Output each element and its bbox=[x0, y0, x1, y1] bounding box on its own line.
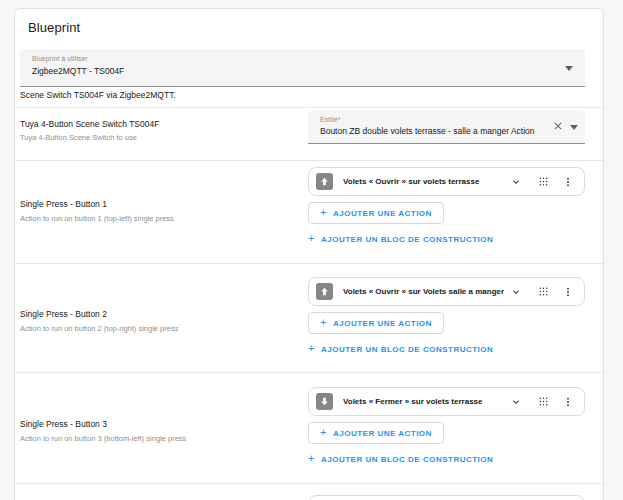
add-block-label: AJOUTER UN BLOC DE CONSTRUCTION bbox=[321, 455, 493, 464]
plus-icon: + bbox=[308, 453, 315, 464]
chevron-down-icon[interactable] bbox=[510, 176, 522, 188]
plus-icon: + bbox=[308, 233, 315, 244]
plus-icon: + bbox=[320, 207, 327, 218]
add-action-label: AJOUTER UNE ACTION bbox=[333, 429, 432, 438]
plus-icon: + bbox=[320, 317, 327, 328]
blueprint-select[interactable]: Blueprint à utiliser Zigbee2MQTT - TS004… bbox=[20, 49, 585, 87]
blueprint-description: Scene Switch TS004F via Zigbee2MQTT. bbox=[20, 90, 176, 100]
action-row[interactable]: Volets « Fermer » sur volets terrasse bbox=[308, 387, 585, 416]
add-action-button[interactable]: + AJOUTER UNE ACTION bbox=[308, 312, 444, 334]
plus-icon: + bbox=[308, 343, 315, 354]
divider bbox=[15, 160, 603, 161]
entity-picker[interactable]: Entité* Bouton ZB double volets terrasse… bbox=[308, 111, 585, 144]
clear-icon[interactable] bbox=[552, 120, 564, 132]
add-block-label: AJOUTER UN BLOC DE CONSTRUCTION bbox=[321, 235, 493, 244]
plus-icon: + bbox=[320, 427, 327, 438]
cover-open-icon bbox=[316, 173, 333, 190]
action-row[interactable]: Volets « Ouvrir » sur volets terrasse bbox=[308, 167, 585, 196]
dropdown-caret-icon[interactable] bbox=[570, 125, 578, 130]
next-action-row-partial[interactable] bbox=[308, 495, 585, 500]
drag-handle-icon[interactable] bbox=[538, 286, 549, 297]
add-building-block-button[interactable]: + AJOUTER UN BLOC DE CONSTRUCTION bbox=[308, 344, 493, 355]
more-options-icon[interactable] bbox=[562, 286, 574, 298]
section-subtitle: Action to run on button 3 (bottom-left) … bbox=[20, 434, 186, 443]
action-row-title: Volets « Ouvrir » sur volets terrasse bbox=[343, 177, 506, 186]
action-row-title: Volets « Ouvrir » sur Volets salle a man… bbox=[343, 287, 506, 296]
blueprint-editor-page: Blueprint Blueprint à utiliser Zigbee2MQ… bbox=[0, 0, 623, 500]
section-title: Single Press - Button 3 bbox=[20, 419, 107, 429]
device-row-subtitle: Tuya 4-Button Scene Switch to use bbox=[20, 133, 137, 142]
section-title: Single Press - Button 1 bbox=[20, 199, 107, 209]
add-action-label: AJOUTER UNE ACTION bbox=[333, 319, 432, 328]
cover-close-icon bbox=[316, 393, 333, 410]
page-title: Blueprint bbox=[28, 20, 80, 35]
drag-handle-icon[interactable] bbox=[538, 396, 549, 407]
dropdown-caret-icon[interactable] bbox=[565, 66, 573, 71]
cover-open-icon bbox=[316, 283, 333, 300]
more-options-icon[interactable] bbox=[562, 176, 574, 188]
entity-picker-value: Bouton ZB double volets terrasse - salle… bbox=[320, 126, 535, 136]
section-subtitle: Action to run on button 2 (top-right) si… bbox=[20, 324, 178, 333]
blueprint-card: Blueprint Blueprint à utiliser Zigbee2MQ… bbox=[14, 8, 604, 500]
add-building-block-button[interactable]: + AJOUTER UN BLOC DE CONSTRUCTION bbox=[308, 454, 493, 465]
section-subtitle: Action to run on button 1 (top-left) sin… bbox=[20, 214, 174, 223]
chevron-down-icon[interactable] bbox=[510, 396, 522, 408]
more-options-icon[interactable] bbox=[562, 396, 574, 408]
add-action-label: AJOUTER UNE ACTION bbox=[333, 209, 432, 218]
entity-picker-label: Entité* bbox=[320, 116, 341, 123]
device-row-title: Tuya 4-Button Scene Switch TS004F bbox=[20, 119, 159, 129]
divider bbox=[15, 372, 603, 373]
chevron-down-icon[interactable] bbox=[510, 286, 522, 298]
divider bbox=[15, 107, 603, 108]
blueprint-select-value: Zigbee2MQTT - TS004F bbox=[32, 66, 124, 76]
add-block-label: AJOUTER UN BLOC DE CONSTRUCTION bbox=[321, 345, 493, 354]
add-building-block-button[interactable]: + AJOUTER UN BLOC DE CONSTRUCTION bbox=[308, 234, 493, 245]
add-action-button[interactable]: + AJOUTER UNE ACTION bbox=[308, 422, 444, 444]
action-row[interactable]: Volets « Ouvrir » sur Volets salle a man… bbox=[308, 277, 585, 306]
add-action-button[interactable]: + AJOUTER UNE ACTION bbox=[308, 202, 444, 224]
divider bbox=[15, 263, 603, 264]
section-title: Single Press - Button 2 bbox=[20, 309, 107, 319]
action-row-title: Volets « Fermer » sur volets terrasse bbox=[343, 397, 506, 406]
divider bbox=[15, 483, 603, 484]
blueprint-select-label: Blueprint à utiliser bbox=[32, 55, 88, 62]
drag-handle-icon[interactable] bbox=[538, 176, 549, 187]
